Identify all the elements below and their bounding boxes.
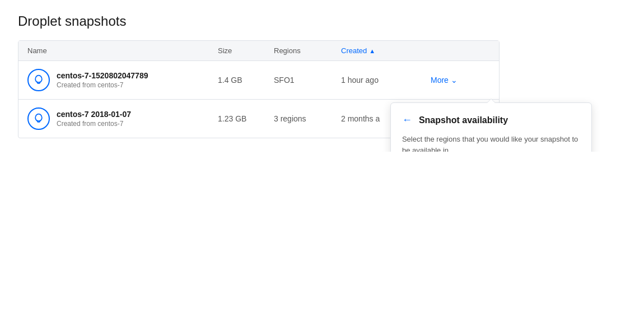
row-sub: Created from centos-7 (57, 81, 148, 89)
snapshots-table: Name Size Regions Created ▲ centos-7-152… (18, 40, 500, 138)
snapshot-icon (27, 107, 50, 130)
popup-header: ← Snapshot availability (402, 114, 580, 126)
table-row: centos-7-1520802047789 Created from cent… (18, 61, 499, 100)
row-size: 1.23 GB (218, 114, 274, 123)
row-name-info: centos-7 2018-01-07 Created from centos-… (57, 110, 131, 128)
row-name-info: centos-7-1520802047789 Created from cent… (57, 71, 148, 89)
table-header: Name Size Regions Created ▲ (18, 41, 499, 61)
row-regions: SFO1 (274, 76, 341, 85)
snapshot-availability-popup: ← Snapshot availability Select the regio… (390, 102, 592, 152)
row-name-cell: centos-7 2018-01-07 Created from centos-… (27, 107, 218, 130)
col-header-regions: Regions (274, 46, 341, 55)
row-name: centos-7-1520802047789 (57, 71, 148, 80)
sort-arrow-icon: ▲ (369, 48, 375, 54)
col-header-created[interactable]: Created ▲ (341, 46, 431, 55)
page-title: Droplet snapshots (18, 13, 626, 29)
more-button[interactable]: More ⌄ (431, 76, 458, 85)
row-created: 1 hour ago (341, 76, 431, 85)
chevron-down-icon: ⌄ (451, 76, 458, 85)
more-popup-wrapper: More ⌄ ← Snapshot availability Select th… (431, 76, 458, 85)
row-name: centos-7 2018-01-07 (57, 110, 131, 119)
col-header-size: Size (218, 46, 274, 55)
row-regions: 3 regions (274, 114, 341, 123)
row-actions: More ⌄ ← Snapshot availability Select th… (431, 76, 490, 85)
snapshot-icon (27, 69, 50, 91)
popup-title: Snapshot availability (419, 115, 508, 125)
popup-description: Select the regions that you would like y… (402, 134, 580, 152)
row-size: 1.4 GB (218, 76, 274, 85)
back-button[interactable]: ← (402, 114, 412, 126)
col-header-name: Name (27, 46, 218, 55)
row-name-cell: centos-7-1520802047789 Created from cent… (27, 69, 218, 91)
row-sub: Created from centos-7 (57, 120, 131, 128)
